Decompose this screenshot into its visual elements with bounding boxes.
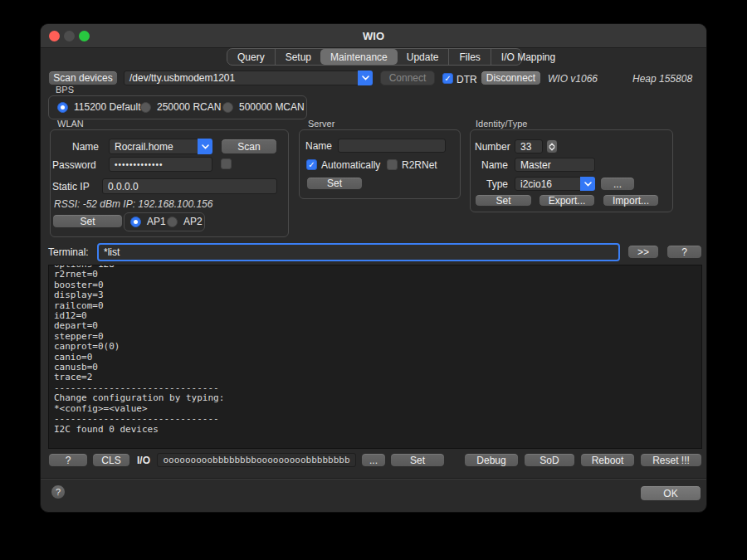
window-title: WIO (41, 30, 706, 42)
terminal-input[interactable]: *list (97, 243, 620, 261)
footer-divider (41, 478, 706, 480)
tab-bar: Query Setup Maintenance Update Files I/O… (227, 48, 522, 66)
tab-files[interactable]: Files (448, 49, 490, 65)
wlan-password-label: Password (52, 159, 96, 171)
chevron-down-icon (198, 139, 212, 154)
radio-icon (140, 102, 151, 113)
port-select-value: /dev/tty.usbmodem1201 (129, 72, 235, 84)
identity-export-button[interactable]: Export... (539, 194, 595, 207)
heap-text: Heap 155808 (632, 73, 692, 85)
tab-maintenance[interactable]: Maintenance (320, 49, 398, 65)
reboot-button[interactable]: Reboot (580, 453, 635, 467)
io-more-button[interactable]: ... (361, 453, 386, 467)
identity-number-field[interactable]: 33 (515, 139, 543, 153)
wlan-group-label: WLAN (57, 119, 84, 129)
wlan-password-field[interactable]: ••••••••••••• (109, 157, 212, 172)
ap2-radio[interactable]: AP2 (167, 216, 203, 227)
radio-selected-icon (130, 217, 141, 227)
tab-io-mapping[interactable]: I/O Mapping (491, 49, 565, 65)
identity-set-button[interactable]: Set (475, 194, 532, 207)
identity-type-value: i2cio16 (520, 178, 552, 190)
identity-name-label: Name (481, 159, 508, 171)
bps-radio-500000-label: 500000 MCAN (239, 101, 305, 113)
terminal-output[interactable]: options=128 r2rnet=0 booster=0 display=3… (48, 265, 702, 449)
tab-setup[interactable]: Setup (275, 49, 321, 65)
server-name-field[interactable] (338, 139, 446, 153)
sod-button[interactable]: SoD (524, 453, 575, 467)
server-group-label: Server (308, 119, 334, 129)
identity-name-field[interactable]: Master (515, 158, 595, 172)
r2rnet-label: R2RNet (402, 159, 437, 171)
radio-selected-icon (57, 102, 68, 113)
wlan-scan-button[interactable]: Scan (221, 139, 277, 154)
identity-group-label: Identity/Type (476, 119, 527, 129)
bps-radio-250000[interactable]: 250000 RCAN (140, 101, 221, 113)
disconnect-button[interactable]: Disconnect (481, 71, 541, 85)
reset-button[interactable]: Reset !!! (640, 453, 702, 467)
scan-devices-button[interactable]: Scan devices (48, 71, 118, 85)
radio-icon (167, 217, 178, 227)
connect-button: Connect (380, 71, 435, 85)
wlan-name-value: Rocrail.home (115, 141, 173, 153)
ok-button[interactable]: OK (640, 485, 701, 501)
automatically-label: Automatically (321, 159, 380, 171)
identity-number-stepper[interactable] (546, 139, 558, 153)
identity-more-button[interactable]: ... (600, 177, 635, 191)
identity-import-button[interactable]: Import... (603, 194, 659, 207)
wlan-status-text: RSSI: -52 dBm IP: 192.168.100.156 (54, 198, 212, 210)
tab-update[interactable]: Update (397, 49, 449, 65)
wlan-static-ip-field[interactable]: 0.0.0.0 (102, 178, 277, 194)
ap2-label: AP2 (183, 216, 203, 227)
io-label: I/O (137, 455, 150, 466)
identity-type-label: Type (486, 178, 508, 190)
io-help-button[interactable]: ? (48, 453, 88, 467)
wlan-set-button[interactable]: Set (52, 214, 123, 228)
identity-type-select[interactable]: i2cio16 (515, 177, 595, 191)
terminal-output-text: options=128 r2rnet=0 booster=0 display=3… (49, 265, 701, 435)
wlan-name-label: Name (72, 141, 99, 153)
automatically-checkbox[interactable]: ✓ (306, 159, 317, 170)
wlan-name-select[interactable]: Rocrail.home (109, 139, 212, 154)
io-set-button[interactable]: Set (390, 453, 445, 467)
wio-window: WIO Query Setup Maintenance Update Files… (40, 23, 707, 513)
identity-number-label: Number (475, 141, 510, 153)
server-name-label: Name (305, 140, 332, 152)
cls-button[interactable]: CLS (92, 453, 130, 467)
radio-icon (222, 102, 233, 113)
dtr-label: DTR (456, 74, 477, 85)
chevron-down-icon (580, 177, 595, 191)
tab-query[interactable]: Query (227, 49, 275, 65)
server-set-button[interactable]: Set (306, 177, 363, 190)
bps-radio-115200[interactable]: 115200 Default (57, 101, 141, 113)
terminal-send-button[interactable]: >> (627, 245, 659, 259)
ap1-radio[interactable]: AP1 (130, 216, 166, 227)
chevron-down-icon (549, 147, 555, 151)
titlebar[interactable]: WIO (41, 24, 706, 48)
terminal-label: Terminal: (48, 246, 89, 258)
debug-button[interactable]: Debug (464, 453, 519, 467)
io-setup-field[interactable]: ooooooooobbbbbbbbooooooooobbbbbbbb (157, 453, 356, 467)
r2rnet-checkbox[interactable] (387, 159, 398, 170)
port-select[interactable]: /dev/tty.usbmodem1201 (124, 71, 373, 85)
bps-radio-500000[interactable]: 500000 MCAN (222, 101, 305, 113)
chevron-down-icon (358, 71, 373, 85)
ap1-label: AP1 (147, 216, 166, 227)
terminal-help-button[interactable]: ? (666, 245, 702, 259)
bps-group-label: BPS (56, 85, 74, 95)
firmware-version-text: WIO v1066 (548, 73, 598, 85)
bps-radio-115200-label: 115200 Default (74, 101, 141, 113)
help-icon[interactable]: ? (51, 485, 66, 499)
wlan-static-ip-label: Static IP (52, 181, 90, 192)
wlan-show-password-checkbox[interactable] (221, 158, 232, 169)
dtr-checkbox[interactable]: ✓ (442, 73, 453, 84)
bps-radio-250000-label: 250000 RCAN (157, 101, 221, 113)
